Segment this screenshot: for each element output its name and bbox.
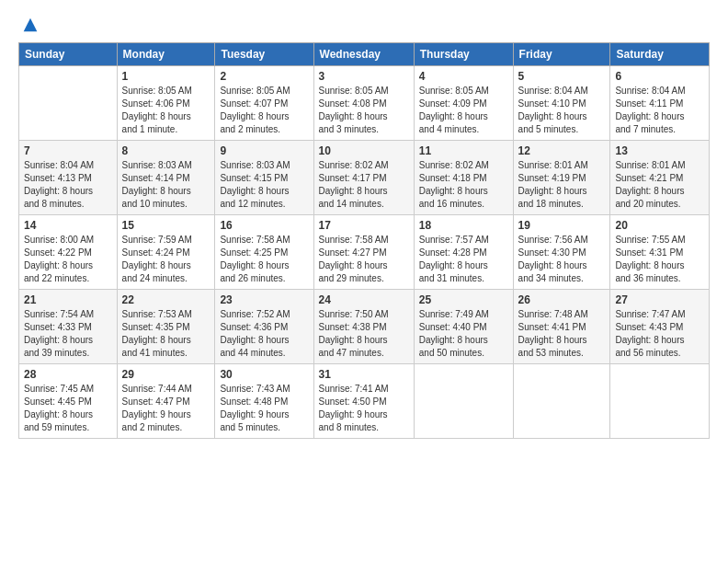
calendar-cell: 13Sunrise: 8:01 AMSunset: 4:21 PMDayligh…	[610, 141, 710, 215]
calendar-cell: 29Sunrise: 7:44 AMSunset: 4:47 PMDayligh…	[117, 364, 215, 439]
cell-info: Sunrise: 8:02 AMSunset: 4:18 PMDaylight:…	[419, 159, 508, 211]
day-number: 3	[319, 70, 409, 83]
calendar-cell: 31Sunrise: 7:41 AMSunset: 4:50 PMDayligh…	[313, 364, 414, 439]
day-header-tuesday: Tuesday	[215, 43, 313, 66]
cell-info: Sunrise: 8:00 AMSunset: 4:22 PMDaylight:…	[24, 234, 112, 285]
calendar-cell	[19, 66, 118, 141]
day-number: 13	[615, 144, 704, 157]
cell-info: Sunrise: 8:02 AMSunset: 4:17 PMDaylight:…	[319, 159, 409, 211]
day-number: 27	[615, 293, 704, 306]
cell-info: Sunrise: 7:55 AMSunset: 4:31 PMDaylight:…	[615, 234, 704, 285]
day-number: 17	[319, 219, 409, 232]
week-row-1: 1Sunrise: 8:05 AMSunset: 4:06 PMDaylight…	[19, 66, 710, 141]
calendar-cell: 26Sunrise: 7:48 AMSunset: 4:41 PMDayligh…	[513, 290, 610, 364]
day-number: 4	[419, 70, 508, 83]
logo	[18, 15, 40, 35]
day-number: 30	[220, 368, 308, 381]
calendar-cell: 25Sunrise: 7:49 AMSunset: 4:40 PMDayligh…	[414, 290, 513, 364]
day-number: 7	[24, 144, 112, 157]
calendar-cell: 19Sunrise: 7:56 AMSunset: 4:30 PMDayligh…	[513, 215, 610, 290]
day-number: 31	[319, 368, 409, 381]
day-header-saturday: Saturday	[610, 43, 710, 66]
day-number: 10	[319, 144, 409, 157]
cell-info: Sunrise: 8:04 AMSunset: 4:13 PMDaylight:…	[24, 159, 112, 211]
cell-info: Sunrise: 8:04 AMSunset: 4:10 PMDaylight:…	[518, 85, 606, 136]
week-row-3: 14Sunrise: 8:00 AMSunset: 4:22 PMDayligh…	[19, 215, 710, 290]
day-header-monday: Monday	[117, 43, 215, 66]
day-number: 16	[220, 219, 308, 232]
cell-info: Sunrise: 7:49 AMSunset: 4:40 PMDaylight:…	[419, 308, 508, 360]
calendar-cell: 4Sunrise: 8:05 AMSunset: 4:09 PMDaylight…	[414, 66, 513, 141]
day-header-wednesday: Wednesday	[313, 43, 414, 66]
day-number: 1	[122, 70, 210, 83]
calendar-cell: 18Sunrise: 7:57 AMSunset: 4:28 PMDayligh…	[414, 215, 513, 290]
calendar-cell	[513, 364, 610, 439]
calendar-cell: 11Sunrise: 8:02 AMSunset: 4:18 PMDayligh…	[414, 141, 513, 215]
day-number: 18	[419, 219, 508, 232]
days-of-week-row: SundayMondayTuesdayWednesdayThursdayFrid…	[19, 43, 710, 66]
calendar-cell: 23Sunrise: 7:52 AMSunset: 4:36 PMDayligh…	[215, 290, 313, 364]
day-header-thursday: Thursday	[414, 43, 513, 66]
calendar-cell	[610, 364, 710, 439]
day-number: 5	[518, 70, 606, 83]
day-number: 23	[220, 293, 308, 306]
day-number: 22	[122, 293, 210, 306]
calendar-cell: 30Sunrise: 7:43 AMSunset: 4:48 PMDayligh…	[215, 364, 313, 439]
calendar-cell: 24Sunrise: 7:50 AMSunset: 4:38 PMDayligh…	[313, 290, 414, 364]
calendar-cell: 20Sunrise: 7:55 AMSunset: 4:31 PMDayligh…	[610, 215, 710, 290]
day-header-friday: Friday	[513, 43, 610, 66]
day-number: 24	[319, 293, 409, 306]
calendar-cell: 2Sunrise: 8:05 AMSunset: 4:07 PMDaylight…	[215, 66, 313, 141]
day-header-sunday: Sunday	[19, 43, 118, 66]
cell-info: Sunrise: 7:56 AMSunset: 4:30 PMDaylight:…	[518, 234, 606, 285]
calendar-cell	[414, 364, 513, 439]
day-number: 28	[24, 368, 112, 381]
week-row-2: 7Sunrise: 8:04 AMSunset: 4:13 PMDaylight…	[19, 141, 710, 215]
day-number: 15	[122, 219, 210, 232]
calendar-cell: 10Sunrise: 8:02 AMSunset: 4:17 PMDayligh…	[313, 141, 414, 215]
day-number: 19	[518, 219, 606, 232]
day-number: 20	[615, 219, 704, 232]
day-number: 21	[24, 293, 112, 306]
day-number: 2	[220, 70, 308, 83]
calendar-cell: 22Sunrise: 7:53 AMSunset: 4:35 PMDayligh…	[117, 290, 215, 364]
cell-info: Sunrise: 7:57 AMSunset: 4:28 PMDaylight:…	[419, 234, 508, 285]
calendar-cell: 21Sunrise: 7:54 AMSunset: 4:33 PMDayligh…	[19, 290, 118, 364]
day-number: 9	[220, 144, 308, 157]
calendar-cell: 12Sunrise: 8:01 AMSunset: 4:19 PMDayligh…	[513, 141, 610, 215]
cell-info: Sunrise: 7:45 AMSunset: 4:45 PMDaylight:…	[24, 383, 112, 434]
week-row-5: 28Sunrise: 7:45 AMSunset: 4:45 PMDayligh…	[19, 364, 710, 439]
cell-info: Sunrise: 8:04 AMSunset: 4:11 PMDaylight:…	[615, 85, 704, 136]
cell-info: Sunrise: 8:05 AMSunset: 4:09 PMDaylight:…	[419, 85, 508, 136]
calendar-cell: 3Sunrise: 8:05 AMSunset: 4:08 PMDaylight…	[313, 66, 414, 141]
calendar-cell: 17Sunrise: 7:58 AMSunset: 4:27 PMDayligh…	[313, 215, 414, 290]
calendar-cell: 27Sunrise: 7:47 AMSunset: 4:43 PMDayligh…	[610, 290, 710, 364]
day-number: 11	[419, 144, 508, 157]
cell-info: Sunrise: 8:03 AMSunset: 4:15 PMDaylight:…	[220, 159, 308, 211]
day-number: 8	[122, 144, 210, 157]
header	[18, 15, 710, 35]
calendar-cell: 7Sunrise: 8:04 AMSunset: 4:13 PMDaylight…	[19, 141, 118, 215]
calendar-table: SundayMondayTuesdayWednesdayThursdayFrid…	[18, 42, 710, 439]
cell-info: Sunrise: 7:48 AMSunset: 4:41 PMDaylight:…	[518, 308, 606, 360]
cell-info: Sunrise: 7:44 AMSunset: 4:47 PMDaylight:…	[122, 383, 210, 434]
day-number: 6	[615, 70, 704, 83]
cell-info: Sunrise: 7:47 AMSunset: 4:43 PMDaylight:…	[615, 308, 704, 360]
cell-info: Sunrise: 8:05 AMSunset: 4:08 PMDaylight:…	[319, 85, 409, 136]
calendar-body: 1Sunrise: 8:05 AMSunset: 4:06 PMDaylight…	[19, 66, 710, 439]
calendar-cell: 9Sunrise: 8:03 AMSunset: 4:15 PMDaylight…	[215, 141, 313, 215]
cell-info: Sunrise: 8:03 AMSunset: 4:14 PMDaylight:…	[122, 159, 210, 211]
cell-info: Sunrise: 8:01 AMSunset: 4:19 PMDaylight:…	[518, 159, 606, 211]
day-number: 12	[518, 144, 606, 157]
cell-info: Sunrise: 8:05 AMSunset: 4:06 PMDaylight:…	[122, 85, 210, 136]
cell-info: Sunrise: 7:53 AMSunset: 4:35 PMDaylight:…	[122, 308, 210, 360]
cell-info: Sunrise: 7:54 AMSunset: 4:33 PMDaylight:…	[24, 308, 112, 360]
calendar-cell: 15Sunrise: 7:59 AMSunset: 4:24 PMDayligh…	[117, 215, 215, 290]
page: SundayMondayTuesdayWednesdayThursdayFrid…	[0, 0, 728, 563]
cell-info: Sunrise: 8:05 AMSunset: 4:07 PMDaylight:…	[220, 85, 308, 136]
cell-info: Sunrise: 7:41 AMSunset: 4:50 PMDaylight:…	[319, 383, 409, 434]
week-row-4: 21Sunrise: 7:54 AMSunset: 4:33 PMDayligh…	[19, 290, 710, 364]
day-number: 26	[518, 293, 606, 306]
logo-icon	[20, 15, 40, 35]
cell-info: Sunrise: 7:58 AMSunset: 4:27 PMDaylight:…	[319, 234, 409, 285]
